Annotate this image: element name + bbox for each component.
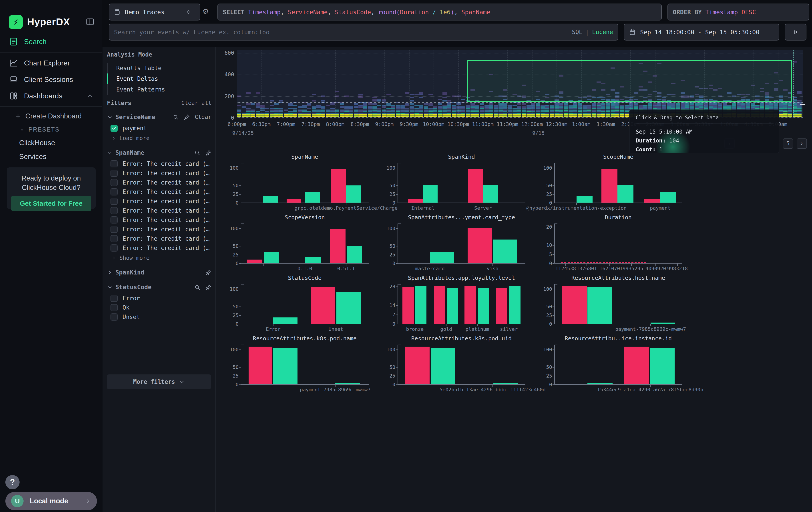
filter-option-error-the-credit-card-[interactable]: Error: The credit card (… [111,235,209,242]
mini-chart-spanname[interactable]: SpanName02550100grpc.oteldemo.PaymentSer… [228,154,378,214]
mini-chart-title: StatusCode [241,275,369,283]
analysis-mode-results-table[interactable]: Results Table [107,63,165,74]
clear-all-button[interactable]: Clear all [181,100,211,106]
more-filters-button[interactable]: More filters [107,374,211,389]
run-query-button[interactable] [785,24,807,41]
checkbox[interactable] [111,198,118,205]
mini-chart-statuscode[interactable]: StatusCode02550100ErrorUnset [228,275,378,335]
selection-drag-handle[interactable] [800,104,805,105]
mini-chart-title: ResourceAttributes.k8s.pod.name [241,335,369,343]
filter-section-spanname[interactable]: SpanName [107,149,211,156]
checkbox[interactable] [111,160,118,167]
filter-option-payment[interactable]: payment [111,125,147,132]
mini-chart-resourceattributes-k8s-pod-uid[interactable]: ResourceAttributes.k8s.pod.uid025501005e… [385,335,535,396]
mini-chart-title: Duration [554,214,682,222]
filter-option-error[interactable]: Error [111,295,140,302]
page-number[interactable]: 5 [783,138,793,149]
sidebar-item-dashboards[interactable]: Dashboards [0,88,102,104]
section-clear-button[interactable]: Clear [195,114,211,120]
page-next-button[interactable]: › [797,138,807,149]
filter-option-error-the-credit-card-[interactable]: Error: The credit card (… [111,226,209,233]
orderby-input[interactable]: ORDER BY Timestamp DESC [667,4,809,21]
query-token: Timestamp [248,9,281,16]
pin-icon[interactable] [205,269,211,276]
search-input[interactable] [114,29,568,36]
filter-option-error-the-credit-card-[interactable]: Error: The credit card (… [111,179,209,186]
collapse-sidebar-icon[interactable] [86,17,94,26]
filter-option-error-the-credit-card-[interactable]: Error: The credit card (… [111,198,209,205]
mini-chart-spankind[interactable]: SpanKind02550100InternalServer [385,154,535,214]
search-icon[interactable] [173,114,179,120]
green-bar [660,192,676,203]
checkbox[interactable] [111,295,118,302]
filter-option-error-the-credit-card-[interactable]: Error: The credit card (… [111,160,209,167]
filter-section-servicename[interactable]: ServiceNameClear [107,113,211,120]
y-tick-label: 25 [541,313,552,318]
filter-option-error-the-credit-card-[interactable]: Error: The credit card (… [111,244,209,251]
red-bar [464,286,476,324]
sidebar-item-search[interactable]: Search [0,33,102,50]
heatmap-x-tick: 7:00pm [277,121,295,127]
gear-icon[interactable]: ⚙ [203,6,208,16]
search-icon[interactable] [194,150,200,156]
checkbox[interactable] [111,179,118,186]
topbar: Demo Traces ⚙ SELECT Timestamp, ServiceN… [103,0,812,47]
get-started-button[interactable]: Get Started for Free [11,196,91,211]
account-menu[interactable]: U Local mode [5,492,97,510]
mini-chart-resourceattributes-host-name[interactable]: ResourceAttributes.host.name02550100paym… [542,275,692,335]
filter-option-error-the-credit-card-[interactable]: Error: The credit card (… [111,207,209,214]
checkbox[interactable] [111,188,118,195]
checkbox[interactable] [111,125,118,132]
checkbox[interactable] [111,170,118,177]
mini-chart-spanattributes-app-loyalty-level[interactable]: SpanAttributes.app.loyalty.level071428br… [385,275,535,335]
checkbox[interactable] [111,207,118,214]
presets-header[interactable]: PRESETS [0,123,102,136]
mini-chart-scopename[interactable]: ScopeName02550100@hyperdx/instrumentatio… [542,154,692,214]
selection-box[interactable] [467,60,792,102]
pin-icon[interactable] [205,284,211,290]
mini-chart-resourceattribu-ice-instance-id[interactable]: ResourceAttribu..ice.instance.id02550100… [542,335,692,396]
source-select[interactable]: Demo Traces [109,4,200,21]
search-icon[interactable] [194,284,200,290]
x-tick-label: Unset [328,326,343,332]
pin-icon[interactable] [205,150,211,156]
filter-option-error-the-credit-card-[interactable]: Error: The credit card (… [111,188,209,195]
y-tick-label: 5 [541,251,552,257]
y-tick-label: 14 [384,302,395,308]
mini-chart-scopeversion[interactable]: ScopeVersion025501000.1.00.51.1 [228,214,378,275]
checkbox[interactable] [111,304,118,311]
checkbox[interactable] [111,216,118,223]
y-tick-label: 50 [541,365,552,370]
filter-option-unset[interactable]: Unset [111,314,140,321]
mini-chart-plot: 02550100payment-7985c8969c-mwmw7 [241,345,369,385]
filter-option-error-the-credit-card-[interactable]: Error: The credit card (… [111,216,209,223]
analysis-mode-event-deltas[interactable]: Event Deltas [107,74,165,84]
sql-toggle[interactable]: SQL [572,29,582,35]
analysis-mode-event-patterns[interactable]: Event Patterns [107,84,165,95]
filter-section-statuscode[interactable]: StatusCode [107,284,211,291]
filter-section-spankind[interactable]: SpanKind [107,269,211,276]
sidebar-item-chart-explorer[interactable]: Chart Explorer [0,55,102,71]
create-dashboard-button[interactable]: Create Dashboard [0,109,102,123]
filter-option-error-the-credit-card-[interactable]: Error: The credit card (… [111,170,209,177]
preset-item-services[interactable]: Services [0,150,102,163]
filter-option-label: Ok [122,304,129,311]
checkbox[interactable] [111,244,118,251]
checkbox[interactable] [111,235,118,242]
mini-chart-duration[interactable]: Duration05102011245381376801162107019935… [542,214,692,275]
pin-icon[interactable] [184,114,190,120]
mini-chart-spanattributes-yment-card-type[interactable]: SpanAttributes...yment.card_type02550100… [385,214,535,275]
duration-heatmap[interactable]: 0200400600 6:00pm6:30pm7:00pm7:30pm8:00p… [216,47,812,154]
mini-chart-resourceattributes-k8s-pod-name[interactable]: ResourceAttributes.k8s.pod.name02550100p… [228,335,378,396]
sidebar-item-client-sessions[interactable]: Client Sessions [0,71,102,88]
checkbox[interactable] [111,226,118,233]
select-query-input[interactable]: SELECT Timestamp, ServiceName, StatusCod… [218,4,662,21]
show-more-button[interactable]: Show more [111,255,149,261]
lucene-toggle[interactable]: Lucene [592,29,613,35]
preset-item-clickhouse[interactable]: ClickHouse [0,136,102,150]
load-more-button[interactable]: Load more [111,135,149,141]
checkbox[interactable] [111,314,118,321]
help-button[interactable]: ? [5,475,20,489]
date-range-picker[interactable]: Sep 14 18:00:00 - Sep 15 05:30:00 [624,24,779,41]
filter-option-ok[interactable]: Ok [111,304,129,311]
